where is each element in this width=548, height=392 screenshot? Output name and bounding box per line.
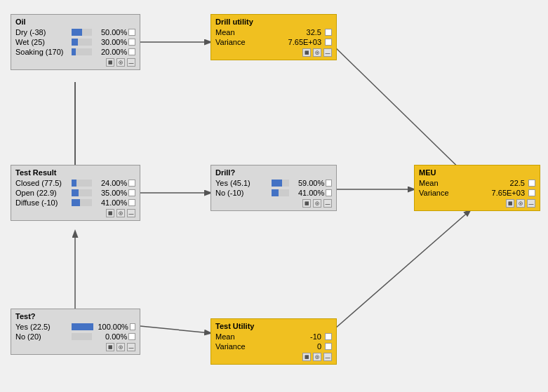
drill-row-yes: Yes (45.1) 59.00% (215, 179, 332, 187)
test-result-title: Test Result (15, 168, 135, 177)
test-row-yes: Yes (22.5) 100.00% (15, 323, 135, 331)
tr-icon-grid[interactable]: ▦ (106, 209, 114, 217)
test-utility-icon-grid[interactable]: ▦ (302, 353, 311, 361)
drill-utility-title: Drill utility (215, 18, 332, 26)
meu-mean-row: Mean 22.5 (419, 179, 535, 187)
test-utility-mean-box (325, 333, 332, 340)
test-utility-icon-circle[interactable]: ◎ (313, 353, 321, 361)
oil-row-wet: Wet (25) 30.00% (15, 38, 135, 46)
meu-icon-minus[interactable]: — (527, 199, 535, 208)
test-utility-var-row: Variance 0 (215, 342, 332, 351)
oil-node: Oil Dry (-38) 50.00% Wet (25) 30.00% Soa… (11, 14, 140, 70)
drill-utility-var-label: Variance (215, 38, 246, 46)
drill-utility-var-box (325, 39, 332, 46)
tr-label-closed: Closed (77.5) (15, 179, 72, 187)
drill-node: Drill? Yes (45.1) 59.00% No (-10) 41.00%… (210, 165, 337, 211)
oil-icon-grid[interactable]: ▦ (106, 58, 114, 67)
drill-row-no: No (-10) 41.00% (215, 189, 332, 197)
test-footer: ▦ ◎ — (15, 343, 135, 351)
drill-icon-circle[interactable]: ◎ (313, 199, 321, 208)
test-bar-no (72, 333, 92, 340)
drill-icon-minus[interactable]: — (323, 199, 332, 208)
drill-utility-mean-val: 32.5 (307, 28, 332, 36)
meu-mean-box (528, 180, 535, 187)
meu-var-row: Variance 7.65E+03 (419, 189, 535, 197)
test-utility-var-label: Variance (215, 342, 246, 351)
svg-line-4 (140, 326, 210, 333)
oil-box-wet (128, 39, 135, 46)
oil-bar-wet (72, 39, 92, 46)
tr-box-closed (128, 180, 135, 187)
test-node: Test? Yes (22.5) 100.00% No (20) 0.00% ▦… (11, 309, 140, 355)
meu-icon-circle[interactable]: ◎ (516, 199, 525, 208)
oil-box-soaking (128, 48, 135, 55)
oil-pct-wet: 30.00% (95, 38, 127, 46)
tr-pct-diffuse: 41.00% (95, 198, 127, 207)
meu-title: MEU (419, 168, 535, 177)
drill-utility-mean-box (325, 29, 332, 36)
drill-utility-var-val: 7.65E+03 (288, 38, 332, 46)
oil-box-dry (128, 29, 135, 36)
tr-pct-closed: 24.00% (95, 179, 127, 187)
drill-utility-mean-row: Mean 32.5 (215, 28, 332, 36)
test-title: Test? (15, 312, 135, 320)
oil-label-wet: Wet (25) (15, 38, 72, 46)
tr-bar-diffuse (72, 199, 92, 206)
drill-utility-icon-grid[interactable]: ▦ (302, 48, 311, 57)
drill-footer: ▦ ◎ — (215, 199, 332, 208)
drill-box-no (326, 189, 332, 196)
test-utility-icon-minus[interactable]: — (323, 353, 332, 361)
svg-line-7 (330, 210, 470, 333)
oil-node-title: Oil (15, 18, 135, 26)
test-utility-var-val: 0 (317, 342, 332, 351)
meu-mean-label: Mean (419, 179, 439, 187)
tr-row-diffuse: Diffuse (-10) 41.00% (15, 198, 135, 207)
drill-utility-footer: ▦ ◎ — (215, 48, 332, 57)
drill-icon-grid[interactable]: ▦ (302, 199, 311, 208)
tr-icon-minus[interactable]: — (127, 209, 135, 217)
oil-bar-soaking (72, 48, 92, 55)
drill-box-yes (326, 180, 332, 187)
test-utility-mean-label: Mean (215, 332, 235, 341)
test-utility-var-box (325, 343, 332, 350)
test-icon-minus[interactable]: — (127, 343, 135, 351)
drill-utility-icon-minus[interactable]: — (323, 48, 332, 57)
tr-label-open: Open (22.9) (15, 189, 72, 197)
tr-icon-circle[interactable]: ◎ (116, 209, 125, 217)
tr-box-diffuse (128, 199, 135, 206)
test-utility-node: Test Utility Mean -10 Variance 0 ▦ ◎ — (210, 318, 337, 365)
oil-row-soaking: Soaking (170) 20.00% (15, 48, 135, 56)
drill-utility-node: Drill utility Mean 32.5 Variance 7.65E+0… (210, 14, 337, 60)
test-row-no: No (20) 0.00% (15, 332, 135, 341)
tr-footer: ▦ ◎ — (15, 209, 135, 217)
test-label-yes: Yes (22.5) (15, 323, 72, 331)
drill-utility-icon-circle[interactable]: ◎ (313, 48, 321, 57)
drill-bar-yes (272, 180, 289, 187)
drill-bar-no (272, 189, 289, 196)
tr-row-open: Open (22.9) 35.00% (15, 189, 135, 197)
test-utility-mean-row: Mean -10 (215, 332, 332, 341)
drill-utility-mean-label: Mean (215, 28, 235, 36)
test-icon-grid[interactable]: ▦ (106, 343, 114, 351)
drill-label-no: No (-10) (215, 189, 272, 197)
meu-mean-val: 22.5 (510, 179, 535, 187)
test-icon-circle[interactable]: ◎ (116, 343, 125, 351)
tr-box-open (128, 189, 135, 196)
tr-row-closed: Closed (77.5) 24.00% (15, 179, 135, 187)
drill-pct-no: 41.00% (292, 189, 324, 197)
oil-icon-circle[interactable]: ◎ (116, 58, 125, 67)
meu-var-label: Variance (419, 189, 449, 197)
oil-icon-minus[interactable]: — (127, 58, 135, 67)
oil-footer: ▦ ◎ — (15, 58, 135, 67)
meu-var-box (528, 189, 535, 196)
meu-node: MEU Mean 22.5 Variance 7.65E+03 ▦ ◎ — (414, 165, 540, 211)
test-utility-title: Test Utility (215, 322, 332, 330)
meu-var-val: 7.65E+03 (492, 189, 535, 197)
meu-icon-grid[interactable]: ▦ (506, 199, 514, 208)
oil-label-soaking: Soaking (170) (15, 48, 72, 56)
oil-label-dry: Dry (-38) (15, 28, 72, 36)
tr-label-diffuse: Diffuse (-10) (15, 198, 72, 207)
test-label-no: No (20) (15, 332, 72, 341)
test-result-node: Test Result Closed (77.5) 24.00% Open (2… (11, 165, 140, 221)
test-utility-mean-val: -10 (310, 332, 332, 341)
